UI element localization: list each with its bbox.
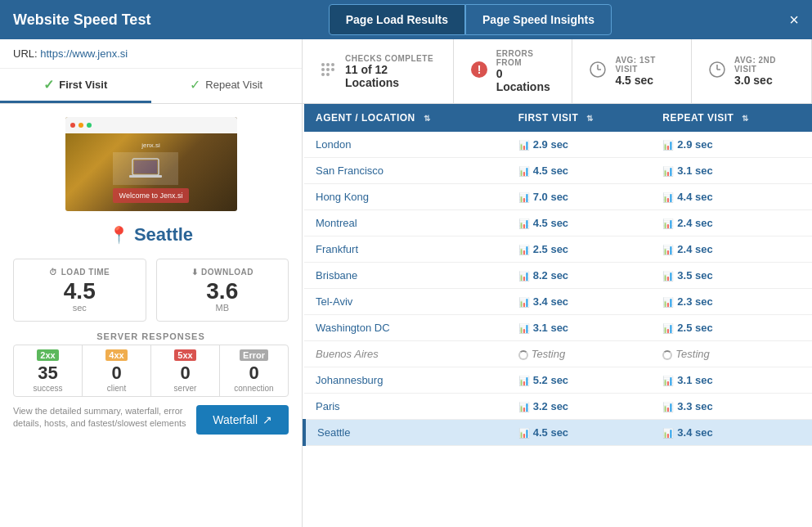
location-name-testing: Buenos Aires	[316, 348, 379, 360]
repeat-visit-speed-link[interactable]: 2.4 sec	[677, 243, 712, 255]
cell-first-visit: 📊3.1 sec	[507, 315, 652, 341]
check-icon-first: ✓	[43, 77, 54, 92]
table-row[interactable]: Paris📊3.2 sec📊3.3 sec	[304, 394, 812, 420]
repeat-visit-speed-link[interactable]: 3.1 sec	[677, 374, 712, 386]
checks-complete-stat: CHECKS COMPLETE 11 of 12 Locations	[303, 39, 454, 103]
location-link[interactable]: San Francisco	[316, 164, 384, 177]
location-link[interactable]: Washington DC	[316, 322, 390, 334]
repeat-visit-speed-link[interactable]: 2.9 sec	[677, 138, 712, 151]
first-visit-speed-link[interactable]: 4.5 sec	[533, 426, 568, 439]
location-link[interactable]: Seattle	[317, 426, 350, 439]
bar-chart-icon-repeat: 📊	[662, 218, 674, 228]
location-link[interactable]: Paris	[316, 400, 340, 412]
repeat-visit-label: Repeat Visit	[205, 79, 262, 91]
location-link[interactable]: Hong Kong	[316, 191, 369, 203]
first-visit-speed-link[interactable]: 2.9 sec	[533, 138, 568, 151]
repeat-visit-speed-link[interactable]: 3.3 sec	[677, 400, 712, 412]
cell-repeat-visit: 📊2.9 sec	[651, 132, 812, 158]
check-icon-repeat: ✓	[190, 77, 200, 92]
error-section: Error 0 connection	[220, 345, 288, 396]
url-link[interactable]: https://www.jenx.si	[40, 47, 128, 60]
table-row[interactable]: Montreal📊4.5 sec📊2.4 sec	[304, 210, 812, 236]
cell-location: Washington DC	[304, 315, 507, 341]
bar-chart-icon-repeat: 📊	[662, 140, 674, 150]
svg-rect-2	[134, 160, 157, 173]
url-prefix: URL:	[13, 47, 38, 60]
bar-chart-icon: 📊	[518, 140, 530, 150]
repeat-visit-speed-link[interactable]: 3.1 sec	[677, 164, 712, 177]
tab-page-load[interactable]: Page Load Results	[329, 4, 465, 35]
cell-location: Montreal	[304, 210, 507, 236]
repeat-visit-speed-link[interactable]: 3.5 sec	[677, 269, 712, 282]
first-visit-speed-link[interactable]: 3.2 sec	[533, 400, 568, 412]
browser-dot-green	[87, 123, 92, 128]
table-row[interactable]: Buenos AiresTestingTesting	[304, 341, 812, 367]
cell-first-visit: 📊4.5 sec	[507, 420, 652, 446]
first-visit-speed-link[interactable]: 3.4 sec	[533, 295, 568, 308]
first-visit-speed-link[interactable]: 3.1 sec	[533, 322, 568, 334]
svg-point-6	[321, 68, 325, 71]
cell-first-visit: 📊3.4 sec	[507, 289, 652, 315]
table-row[interactable]: Tel-Aviv📊3.4 sec📊2.3 sec	[304, 289, 812, 315]
cell-first-visit: 📊8.2 sec	[507, 263, 652, 289]
location-link[interactable]: Frankfurt	[316, 243, 358, 255]
tab-page-speed[interactable]: Page Speed Insights	[465, 4, 612, 35]
first-visit-speed-link[interactable]: 7.0 sec	[533, 191, 568, 203]
table-row[interactable]: Washington DC📊3.1 sec📊2.5 sec	[304, 315, 812, 341]
checks-text: CHECKS COMPLETE 11 of 12 Locations	[345, 54, 437, 89]
table-row[interactable]: Frankfurt📊2.5 sec📊2.4 sec	[304, 236, 812, 263]
table-row[interactable]: Hong Kong📊7.0 sec📊4.4 sec	[304, 184, 812, 210]
location-link[interactable]: Brisbane	[316, 269, 357, 282]
location-display: 📍 Seattle	[0, 218, 302, 252]
errors-stat: ! ERRORS FROM 0 Locations	[454, 39, 573, 103]
cell-first-visit: 📊3.2 sec	[507, 394, 652, 420]
loading-spinner	[518, 350, 528, 360]
location-link[interactable]: London	[316, 138, 351, 151]
url-bar: URL: https://www.jenx.si	[0, 39, 302, 69]
tab-repeat-visit[interactable]: ✓ Repeat Visit	[151, 69, 303, 103]
repeat-visit-speed-link[interactable]: 2.3 sec	[677, 295, 712, 308]
table-row[interactable]: Seattle📊4.5 sec📊3.4 sec	[304, 420, 812, 446]
location-link[interactable]: Tel-Aviv	[316, 295, 352, 308]
repeat-visit-speed-link[interactable]: 3.4 sec	[677, 426, 712, 439]
table-row[interactable]: London📊2.9 sec📊2.9 sec	[304, 132, 812, 158]
error-desc: connection	[220, 384, 288, 393]
cell-location: Frankfurt	[304, 236, 507, 263]
waterfall-btn-label: Waterfall	[213, 413, 258, 426]
first-visit-speed-link[interactable]: 4.5 sec	[533, 217, 568, 229]
bar-chart-icon: 📊	[518, 245, 530, 254]
first-visit-speed-link[interactable]: 2.5 sec	[533, 243, 568, 255]
col-location[interactable]: AGENT / LOCATION ⇅	[304, 104, 507, 132]
col-first-visit[interactable]: FIRST VISIT ⇅	[507, 104, 652, 132]
bar-chart-icon-repeat: 📊	[662, 323, 674, 333]
table-row[interactable]: Brisbane📊8.2 sec📊3.5 sec	[304, 263, 812, 289]
table-header-row: AGENT / LOCATION ⇅ FIRST VISIT ⇅ REPEAT …	[304, 104, 812, 132]
tab-first-visit[interactable]: ✓ First Visit	[0, 69, 151, 103]
loading-spinner-repeat	[662, 350, 672, 360]
svg-point-3	[321, 63, 325, 66]
table-row[interactable]: San Francisco📊4.5 sec📊3.1 sec	[304, 158, 812, 184]
table-row[interactable]: Johannesburg📊5.2 sec📊3.1 sec	[304, 367, 812, 394]
errors-text: ERRORS FROM 0 Locations	[496, 49, 556, 93]
close-button[interactable]: ×	[789, 11, 799, 29]
waterfall-button[interactable]: Waterfall ↗	[196, 405, 289, 435]
2xx-count: 35	[14, 363, 82, 384]
location-link[interactable]: Montreal	[316, 217, 357, 229]
location-link[interactable]: Johannesburg	[316, 374, 383, 386]
avg-first-stat: AVG: 1ST VISIT 4.5 sec	[572, 39, 692, 103]
col-repeat-visit[interactable]: REPEAT VISIT ⇅	[651, 104, 812, 132]
first-visit-speed-link[interactable]: 4.5 sec	[533, 164, 568, 177]
repeat-visit-speed-link[interactable]: 2.5 sec	[677, 322, 712, 334]
repeat-visit-speed-link[interactable]: 4.4 sec	[677, 191, 712, 203]
first-visit-speed-link[interactable]: 5.2 sec	[533, 374, 568, 386]
bar-chart-icon: 📊	[518, 297, 530, 307]
svg-point-7	[326, 68, 330, 71]
right-panel: CHECKS COMPLETE 11 of 12 Locations ! ERR…	[303, 39, 812, 527]
first-visit-speed-link[interactable]: 8.2 sec	[533, 269, 568, 282]
cell-first-visit: 📊4.5 sec	[507, 210, 652, 236]
repeat-visit-speed-link[interactable]: 2.4 sec	[677, 217, 712, 229]
response-codes: 2xx 35 success 4xx 0 client 5xx 0 server…	[13, 345, 289, 397]
4xx-section: 4xx 0 client	[83, 345, 151, 396]
avg-first-text: AVG: 1ST VISIT 4.5 sec	[615, 56, 675, 87]
5xx-count: 0	[151, 363, 219, 384]
